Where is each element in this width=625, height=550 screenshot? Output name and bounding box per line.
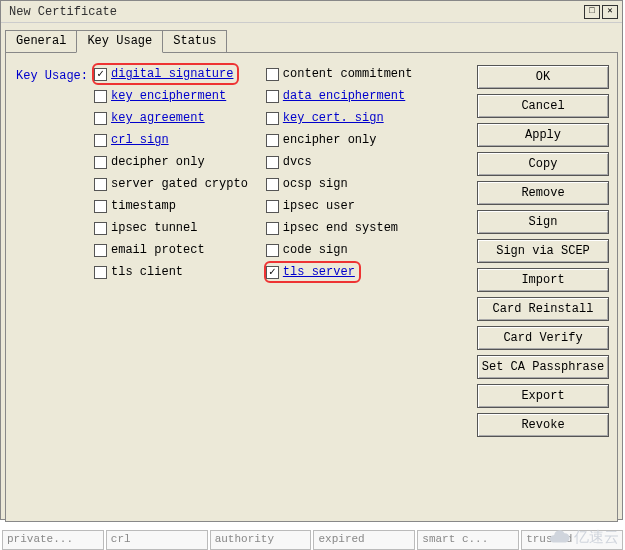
- checkbox-row: ocsp sign: [266, 175, 413, 193]
- titlebar: New Certificate □ ✕: [1, 1, 622, 23]
- status-crl: crl: [106, 530, 208, 550]
- checkbox-label: tls server: [283, 265, 355, 279]
- checkbox-label: digital signature: [111, 67, 233, 81]
- checkbox-label: content commitment: [283, 67, 413, 81]
- status-smart: smart c...: [417, 530, 519, 550]
- tab-strip: General Key Usage Status: [5, 29, 622, 52]
- checkbox[interactable]: [266, 266, 279, 279]
- highlight-box: digital signature: [92, 63, 239, 85]
- checkbox[interactable]: [94, 200, 107, 213]
- checkbox[interactable]: [266, 134, 279, 147]
- checkbox-columns: digital signaturekey enciphermentkey agr…: [94, 65, 412, 513]
- checkbox[interactable]: [266, 112, 279, 125]
- checkbox-row: decipher only: [94, 153, 248, 171]
- set-ca-passphrase-button[interactable]: Set CA Passphrase: [477, 355, 609, 379]
- checkbox-row: dvcs: [266, 153, 413, 171]
- tab-general[interactable]: General: [5, 30, 77, 53]
- checkbox[interactable]: [94, 156, 107, 169]
- checkbox[interactable]: [266, 68, 279, 81]
- key-usage-area: Key Usage: digital signaturekey encipher…: [14, 65, 469, 513]
- checkbox[interactable]: [94, 134, 107, 147]
- tab-panel-key-usage: Key Usage: digital signaturekey encipher…: [5, 52, 618, 522]
- checkbox-row: content commitment: [266, 65, 413, 83]
- tab-key-usage[interactable]: Key Usage: [76, 30, 163, 53]
- checkbox-row: key cert. sign: [266, 109, 413, 127]
- checkbox-label: crl sign: [111, 133, 169, 147]
- checkbox-label: code sign: [283, 243, 348, 257]
- checkbox[interactable]: [94, 68, 107, 81]
- checkbox-row: encipher only: [266, 131, 413, 149]
- checkbox[interactable]: [266, 200, 279, 213]
- apply-button[interactable]: Apply: [477, 123, 609, 147]
- checkbox-label: data encipherment: [283, 89, 405, 103]
- window-title: New Certificate: [5, 5, 117, 19]
- checkbox-label: ocsp sign: [283, 177, 348, 191]
- checkbox[interactable]: [266, 244, 279, 257]
- status-bar: private... crl authority expired smart c…: [0, 530, 625, 550]
- checkbox-label: key encipherment: [111, 89, 226, 103]
- copy-button[interactable]: Copy: [477, 152, 609, 176]
- checkbox-label: email protect: [111, 243, 205, 257]
- checkbox-row: ipsec tunnel: [94, 219, 248, 237]
- cancel-button[interactable]: Cancel: [477, 94, 609, 118]
- cloud-icon: [548, 526, 570, 548]
- checkbox-row: tls server: [266, 263, 413, 281]
- status-authority: authority: [210, 530, 312, 550]
- checkbox-label: key cert. sign: [283, 111, 384, 125]
- checkbox-row: tls client: [94, 263, 248, 281]
- card-verify-button[interactable]: Card Verify: [477, 326, 609, 350]
- checkbox-label: ipsec tunnel: [111, 221, 197, 235]
- remove-button[interactable]: Remove: [477, 181, 609, 205]
- checkbox-row: data encipherment: [266, 87, 413, 105]
- card-reinstall-button[interactable]: Card Reinstall: [477, 297, 609, 321]
- tab-label: Key Usage: [87, 34, 152, 48]
- close-button[interactable]: ✕: [602, 5, 618, 19]
- import-button[interactable]: Import: [477, 268, 609, 292]
- checkbox[interactable]: [94, 266, 107, 279]
- key-usage-label: Key Usage:: [14, 65, 94, 513]
- checkbox[interactable]: [266, 222, 279, 235]
- checkbox-label: server gated crypto: [111, 177, 248, 191]
- watermark: 亿速云: [548, 526, 619, 548]
- checkbox-row: key agreement: [94, 109, 248, 127]
- checkbox[interactable]: [266, 178, 279, 191]
- checkbox-label: tls client: [111, 265, 183, 279]
- maximize-icon: □: [589, 7, 594, 16]
- checkbox[interactable]: [94, 222, 107, 235]
- checkbox[interactable]: [94, 112, 107, 125]
- checkbox-row: ipsec user: [266, 197, 413, 215]
- checkbox-row: email protect: [94, 241, 248, 259]
- checkbox-row: crl sign: [94, 131, 248, 149]
- checkbox-row: code sign: [266, 241, 413, 259]
- sign-via-scep-button[interactable]: Sign via SCEP: [477, 239, 609, 263]
- checkbox[interactable]: [94, 244, 107, 257]
- checkbox[interactable]: [266, 90, 279, 103]
- tab-label: Status: [173, 34, 216, 48]
- checkbox[interactable]: [94, 178, 107, 191]
- tab-status[interactable]: Status: [162, 30, 227, 53]
- checkbox[interactable]: [266, 156, 279, 169]
- sign-button[interactable]: Sign: [477, 210, 609, 234]
- checkbox-label: dvcs: [283, 155, 312, 169]
- checkbox-label: ipsec end system: [283, 221, 398, 235]
- ok-button[interactable]: OK: [477, 65, 609, 89]
- maximize-button[interactable]: □: [584, 5, 600, 19]
- tab-label: General: [16, 34, 66, 48]
- checkbox[interactable]: [94, 90, 107, 103]
- checkbox-row: key encipherment: [94, 87, 248, 105]
- titlebar-buttons: □ ✕: [584, 5, 618, 19]
- checkbox-column-2: content commitmentdata enciphermentkey c…: [266, 65, 413, 513]
- checkbox-column-1: digital signaturekey enciphermentkey agr…: [94, 65, 248, 513]
- checkbox-row: digital signature: [94, 65, 248, 83]
- status-expired: expired: [313, 530, 415, 550]
- highlight-box: tls server: [264, 261, 361, 283]
- export-button[interactable]: Export: [477, 384, 609, 408]
- close-icon: ✕: [607, 7, 612, 16]
- status-private: private...: [2, 530, 104, 550]
- checkbox-label: ipsec user: [283, 199, 355, 213]
- revoke-button[interactable]: Revoke: [477, 413, 609, 437]
- checkbox-label: encipher only: [283, 133, 377, 147]
- checkbox-label: timestamp: [111, 199, 176, 213]
- checkbox-label: key agreement: [111, 111, 205, 125]
- checkbox-row: timestamp: [94, 197, 248, 215]
